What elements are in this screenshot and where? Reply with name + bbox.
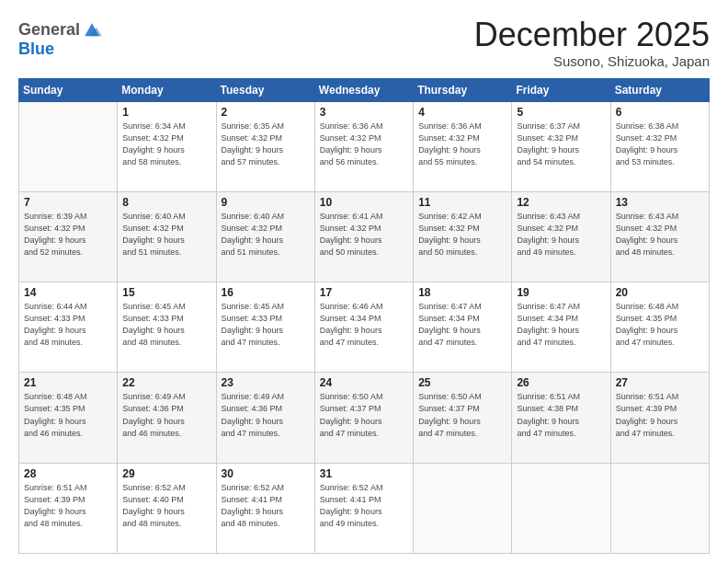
sunset-time: Sunset: 4:32 PM — [122, 132, 210, 144]
calendar-cell: 19Sunrise: 6:47 AMSunset: 4:34 PMDayligh… — [512, 282, 610, 373]
sunset-time: Sunset: 4:33 PM — [122, 313, 210, 325]
day-number: 15 — [122, 286, 210, 299]
daylight-minutes: and 49 minutes. — [517, 247, 605, 259]
daylight-hours: Daylight: 9 hours — [320, 144, 408, 156]
daylight-minutes: and 51 minutes. — [222, 247, 310, 259]
calendar-cell — [414, 463, 512, 553]
day-info: Sunrise: 6:40 AMSunset: 4:32 PMDaylight:… — [222, 211, 310, 259]
day-number: 30 — [222, 467, 310, 480]
sunset-time: Sunset: 4:32 PM — [517, 223, 605, 235]
sunrise-time: Sunrise: 6:49 AM — [122, 391, 210, 403]
calendar-cell: 24Sunrise: 6:50 AMSunset: 4:37 PMDayligh… — [314, 373, 413, 463]
daylight-minutes: and 47 minutes. — [517, 428, 605, 440]
calendar-cell: 11Sunrise: 6:42 AMSunset: 4:32 PMDayligh… — [414, 191, 512, 282]
sunrise-time: Sunrise: 6:40 AM — [122, 211, 210, 223]
calendar-week-row: 21Sunrise: 6:48 AMSunset: 4:35 PMDayligh… — [19, 373, 710, 463]
calendar-table: Sunday Monday Tuesday Wednesday Thursday… — [18, 78, 710, 554]
day-info: Sunrise: 6:50 AMSunset: 4:37 PMDaylight:… — [418, 391, 506, 439]
daylight-minutes: and 51 minutes. — [122, 247, 210, 259]
day-info: Sunrise: 6:49 AMSunset: 4:36 PMDaylight:… — [222, 391, 310, 439]
day-number: 21 — [24, 376, 112, 389]
daylight-minutes: and 47 minutes. — [320, 337, 408, 349]
day-info: Sunrise: 6:48 AMSunset: 4:35 PMDaylight:… — [24, 391, 112, 439]
daylight-hours: Daylight: 9 hours — [320, 416, 408, 428]
daylight-minutes: and 57 minutes. — [222, 156, 310, 168]
daylight-hours: Daylight: 9 hours — [616, 235, 704, 247]
calendar-week-row: 1Sunrise: 6:34 AMSunset: 4:32 PMDaylight… — [19, 101, 710, 191]
sunset-time: Sunset: 4:32 PM — [616, 223, 704, 235]
daylight-minutes: and 47 minutes. — [616, 428, 704, 440]
day-number: 27 — [616, 376, 704, 389]
day-info: Sunrise: 6:45 AMSunset: 4:33 PMDaylight:… — [222, 301, 310, 349]
day-info: Sunrise: 6:52 AMSunset: 4:41 PMDaylight:… — [222, 482, 310, 530]
sunset-time: Sunset: 4:36 PM — [122, 403, 210, 415]
calendar-cell: 1Sunrise: 6:34 AMSunset: 4:32 PMDaylight… — [118, 101, 216, 191]
daylight-minutes: and 48 minutes. — [24, 337, 112, 349]
daylight-hours: Daylight: 9 hours — [222, 235, 310, 247]
col-thursday: Thursday — [414, 78, 512, 101]
logo-blue: Blue — [18, 40, 54, 58]
calendar-cell: 17Sunrise: 6:46 AMSunset: 4:34 PMDayligh… — [314, 282, 413, 373]
day-info: Sunrise: 6:52 AMSunset: 4:41 PMDaylight:… — [320, 482, 408, 530]
daylight-minutes: and 47 minutes. — [222, 428, 310, 440]
daylight-hours: Daylight: 9 hours — [418, 144, 506, 156]
sunset-time: Sunset: 4:40 PM — [122, 494, 210, 506]
sunrise-time: Sunrise: 6:39 AM — [24, 211, 112, 223]
day-info: Sunrise: 6:45 AMSunset: 4:33 PMDaylight:… — [122, 301, 210, 349]
sunset-time: Sunset: 4:32 PM — [122, 223, 210, 235]
sunset-time: Sunset: 4:32 PM — [616, 132, 704, 144]
sunrise-time: Sunrise: 6:48 AM — [616, 301, 704, 313]
sunset-time: Sunset: 4:39 PM — [616, 403, 704, 415]
calendar-cell: 4Sunrise: 6:36 AMSunset: 4:32 PMDaylight… — [414, 101, 512, 191]
calendar-week-row: 7Sunrise: 6:39 AMSunset: 4:32 PMDaylight… — [19, 191, 710, 282]
daylight-hours: Daylight: 9 hours — [24, 416, 112, 428]
sunset-time: Sunset: 4:32 PM — [320, 223, 408, 235]
daylight-minutes: and 47 minutes. — [418, 337, 506, 349]
daylight-minutes: and 47 minutes. — [616, 337, 704, 349]
daylight-minutes: and 47 minutes. — [320, 428, 408, 440]
calendar-cell: 5Sunrise: 6:37 AMSunset: 4:32 PMDaylight… — [512, 101, 610, 191]
day-number: 25 — [418, 376, 506, 389]
daylight-minutes: and 54 minutes. — [517, 156, 605, 168]
day-info: Sunrise: 6:39 AMSunset: 4:32 PMDaylight:… — [24, 211, 112, 259]
sunset-time: Sunset: 4:41 PM — [320, 494, 408, 506]
daylight-minutes: and 46 minutes. — [122, 428, 210, 440]
daylight-minutes: and 48 minutes. — [222, 518, 310, 530]
sunrise-time: Sunrise: 6:48 AM — [24, 391, 112, 403]
daylight-hours: Daylight: 9 hours — [616, 416, 704, 428]
daylight-minutes: and 48 minutes. — [24, 518, 112, 530]
sunrise-time: Sunrise: 6:50 AM — [320, 391, 408, 403]
calendar-cell: 14Sunrise: 6:44 AMSunset: 4:33 PMDayligh… — [19, 282, 118, 373]
calendar-week-row: 28Sunrise: 6:51 AMSunset: 4:39 PMDayligh… — [19, 463, 710, 553]
sunset-time: Sunset: 4:41 PM — [222, 494, 310, 506]
daylight-hours: Daylight: 9 hours — [122, 144, 210, 156]
sunrise-time: Sunrise: 6:36 AM — [320, 121, 408, 132]
col-monday: Monday — [118, 78, 216, 101]
sunset-time: Sunset: 4:34 PM — [320, 313, 408, 325]
day-info: Sunrise: 6:42 AMSunset: 4:32 PMDaylight:… — [418, 211, 506, 259]
day-info: Sunrise: 6:50 AMSunset: 4:37 PMDaylight:… — [320, 391, 408, 439]
page: General Blue December 2025 Susono, Shizu… — [0, 0, 728, 563]
sunset-time: Sunset: 4:34 PM — [517, 313, 605, 325]
sunset-time: Sunset: 4:35 PM — [24, 403, 112, 415]
day-info: Sunrise: 6:36 AMSunset: 4:32 PMDaylight:… — [418, 121, 506, 168]
daylight-hours: Daylight: 9 hours — [418, 235, 506, 247]
sunrise-time: Sunrise: 6:51 AM — [517, 391, 605, 403]
sunrise-time: Sunrise: 6:51 AM — [616, 391, 704, 403]
daylight-minutes: and 47 minutes. — [222, 337, 310, 349]
sunset-time: Sunset: 4:35 PM — [616, 313, 704, 325]
calendar-cell: 13Sunrise: 6:43 AMSunset: 4:32 PMDayligh… — [610, 191, 709, 282]
day-info: Sunrise: 6:43 AMSunset: 4:32 PMDaylight:… — [616, 211, 704, 259]
sunset-time: Sunset: 4:32 PM — [418, 223, 506, 235]
day-number: 1 — [122, 106, 210, 119]
day-number: 19 — [517, 286, 605, 299]
col-saturday: Saturday — [610, 78, 709, 101]
day-number: 18 — [418, 286, 506, 299]
daylight-minutes: and 48 minutes. — [122, 337, 210, 349]
day-number: 2 — [222, 106, 310, 119]
calendar-cell: 27Sunrise: 6:51 AMSunset: 4:39 PMDayligh… — [610, 373, 709, 463]
sunset-time: Sunset: 4:39 PM — [24, 494, 112, 506]
daylight-minutes: and 55 minutes. — [418, 156, 506, 168]
calendar-cell: 20Sunrise: 6:48 AMSunset: 4:35 PMDayligh… — [610, 282, 709, 373]
day-info: Sunrise: 6:38 AMSunset: 4:32 PMDaylight:… — [616, 121, 704, 168]
